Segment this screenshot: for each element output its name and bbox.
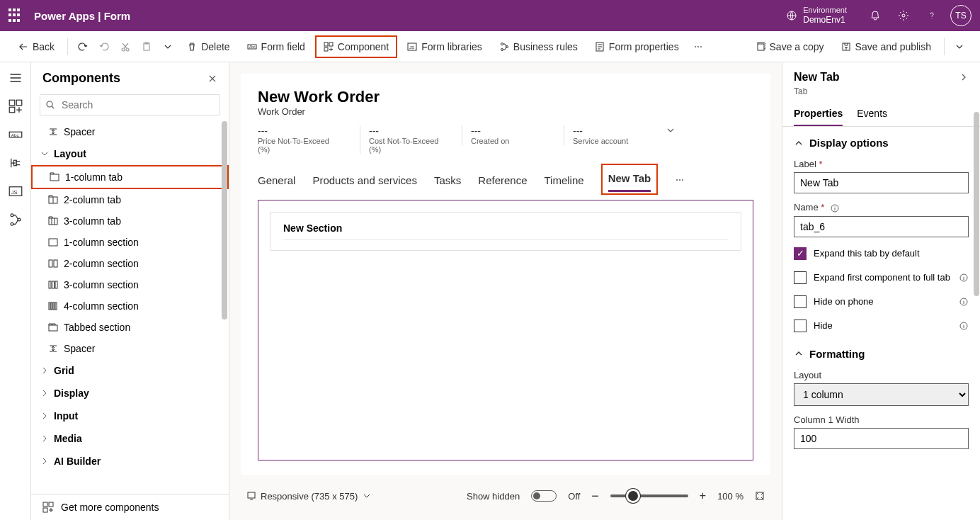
props-tab-properties[interactable]: Properties <box>794 102 843 126</box>
undo-button[interactable] <box>74 38 92 56</box>
chevron-right-icon[interactable] <box>959 72 969 82</box>
info-icon[interactable] <box>959 273 969 283</box>
tree-item-3col-section[interactable]: 3-column section <box>31 274 229 295</box>
settings-button[interactable] <box>889 0 918 31</box>
left-rail: Abc JS <box>0 62 31 520</box>
form-properties-button[interactable]: Form properties <box>588 37 686 57</box>
info-icon[interactable] <box>830 203 840 213</box>
tab-timeline[interactable]: Timeline <box>545 169 584 192</box>
notifications-button[interactable] <box>861 0 889 31</box>
command-bar: Back Delete AbcForm field Component JSFo… <box>0 31 980 62</box>
tab-products[interactable]: Products and services <box>312 169 417 192</box>
chevron-right-icon <box>40 434 50 443</box>
tree-item-spacer[interactable]: Spacer <box>31 121 229 142</box>
save-publish-button[interactable]: Save and publish <box>834 37 938 57</box>
components-rail-icon[interactable] <box>8 99 23 113</box>
svg-rect-8 <box>324 43 328 46</box>
back-button[interactable]: Back <box>11 37 62 57</box>
user-avatar[interactable]: TS <box>950 5 972 26</box>
tree-group-ai[interactable]: AI Builder <box>31 450 229 473</box>
scrollbar[interactable] <box>974 112 979 296</box>
name-input[interactable] <box>794 216 969 237</box>
search-input[interactable] <box>40 94 220 115</box>
tab-general[interactable]: General <box>258 169 295 192</box>
zoom-in[interactable]: + <box>700 490 706 502</box>
zoom-out[interactable]: − <box>591 489 599 504</box>
chevron-right-icon <box>40 456 50 466</box>
tree-group-media[interactable]: Media <box>31 427 229 450</box>
save-copy-button[interactable]: Save a copy <box>748 37 831 57</box>
tree-group-layout[interactable]: Layout <box>31 142 229 165</box>
section[interactable]: New Section <box>270 212 741 251</box>
tree-item-1col-section[interactable]: 1-column section <box>31 232 229 253</box>
tab-tasks[interactable]: Tasks <box>434 169 461 192</box>
tree-group-grid[interactable]: Grid <box>31 359 229 382</box>
business-rules-button[interactable]: Business rules <box>492 37 585 57</box>
tab-new[interactable]: New Tab <box>608 166 651 192</box>
section-display-options[interactable]: Display options <box>782 127 980 154</box>
field-rail-icon[interactable]: Abc <box>8 128 23 142</box>
tree-group-display[interactable]: Display <box>31 382 229 405</box>
tab-reference[interactable]: Reference <box>478 169 527 192</box>
hamburger-icon[interactable] <box>8 71 23 85</box>
check-expand-default[interactable]: ✓ Expand this tab by default <box>782 242 980 266</box>
save-dropdown-button[interactable] <box>950 38 969 56</box>
form-field-button[interactable]: AbcForm field <box>240 37 312 57</box>
form-tabs: General Products and services Tasks Refe… <box>258 165 753 196</box>
tree-item-2col-section[interactable]: 2-column section <box>31 253 229 274</box>
search-box[interactable] <box>40 94 220 115</box>
props-tab-events[interactable]: Events <box>857 102 887 126</box>
form-libraries-button[interactable]: JSForm libraries <box>400 37 489 57</box>
header-field[interactable]: ---Cost Not-To-Exceed (%) <box>360 125 445 154</box>
close-icon[interactable] <box>207 74 217 84</box>
rules-icon <box>499 42 509 52</box>
js-rail-icon[interactable]: JS <box>8 184 23 198</box>
tree-item-tabbed-section[interactable]: Tabbed section <box>31 317 229 338</box>
prop-layout: Layout 1 column <box>782 366 980 410</box>
check-hide[interactable]: Hide <box>782 314 980 338</box>
header-field[interactable]: ---Price Not-To-Exceed (%) <box>258 125 343 154</box>
zoom-slider[interactable] <box>610 494 688 497</box>
check-expand-first[interactable]: Expand first component to full tab <box>782 266 980 290</box>
scrollbar[interactable] <box>222 121 227 320</box>
header-field[interactable]: ---Created on <box>462 125 547 145</box>
col-width-input[interactable] <box>794 428 969 449</box>
checkbox-icon <box>794 271 807 284</box>
tree-item-3col-tab[interactable]: 3-column tab <box>31 210 229 232</box>
tree-item-1col-tab[interactable]: 1-column tab <box>31 165 229 189</box>
more-tabs-icon[interactable] <box>675 175 685 185</box>
cut-button[interactable] <box>116 38 135 56</box>
tab-content[interactable]: New Section <box>258 200 753 460</box>
help-button[interactable] <box>918 0 946 31</box>
info-icon[interactable] <box>959 321 969 331</box>
svg-rect-22 <box>9 100 15 106</box>
delete-button[interactable]: Delete <box>180 37 237 57</box>
fit-icon[interactable] <box>755 491 765 501</box>
tree-item-4col-section[interactable]: 4-column section <box>31 295 229 317</box>
info-icon[interactable] <box>959 297 969 307</box>
environment-picker[interactable]: Environment DemoEnv1 <box>786 6 847 26</box>
header-field[interactable]: ---Service account <box>564 125 649 145</box>
rules-rail-icon[interactable] <box>8 213 23 227</box>
header-expand[interactable] <box>666 125 760 135</box>
app-launcher-icon[interactable] <box>8 9 23 23</box>
layout-select[interactable]: 1 column <box>794 383 969 406</box>
redo-button[interactable] <box>95 38 113 56</box>
tree-item-spacer2[interactable]: Spacer <box>31 338 229 359</box>
paste-button[interactable] <box>137 38 156 56</box>
tree-group-input[interactable]: Input <box>31 405 229 427</box>
responsive-picker[interactable]: Responsive (735 x 575) <box>246 491 372 502</box>
tree-item-2col-tab[interactable]: 2-column tab <box>31 189 229 210</box>
overflow-button[interactable] <box>689 38 707 56</box>
check-hide-phone[interactable]: Hide on phone <box>782 290 980 314</box>
component-button[interactable]: Component <box>315 35 397 58</box>
get-more-components[interactable]: Get more components <box>31 494 229 520</box>
device-icon <box>246 491 256 501</box>
chevron-down-button[interactable] <box>159 38 177 56</box>
components-panel: Components Spacer Layout 1-column tab 2-… <box>31 62 229 520</box>
label-input[interactable] <box>794 172 969 193</box>
show-hidden-toggle[interactable] <box>531 490 557 502</box>
tree-rail-icon[interactable] <box>8 156 23 170</box>
section-formatting[interactable]: Formatting <box>782 338 980 366</box>
app-header: Power Apps | Form Environment DemoEnv1 T… <box>0 0 980 31</box>
